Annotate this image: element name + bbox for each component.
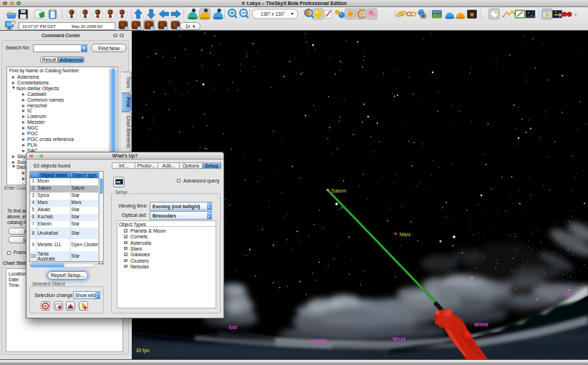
svg-text:West: West [392,336,405,342]
svg-text:130° x 130°: 130° x 130° [261,11,285,16]
svg-text:WNW: WNW [474,321,488,328]
svg-text:Mars: Mars [400,232,411,237]
svg-text:SW: SW [228,324,238,331]
svg-text:NW: NW [565,291,574,297]
svg-text:Saturn: Saturn [332,188,347,193]
svg-text:33 fps: 33 fps [136,348,150,354]
svg-text:WSW: WSW [312,338,327,344]
svg-text:»: » [574,12,577,16]
